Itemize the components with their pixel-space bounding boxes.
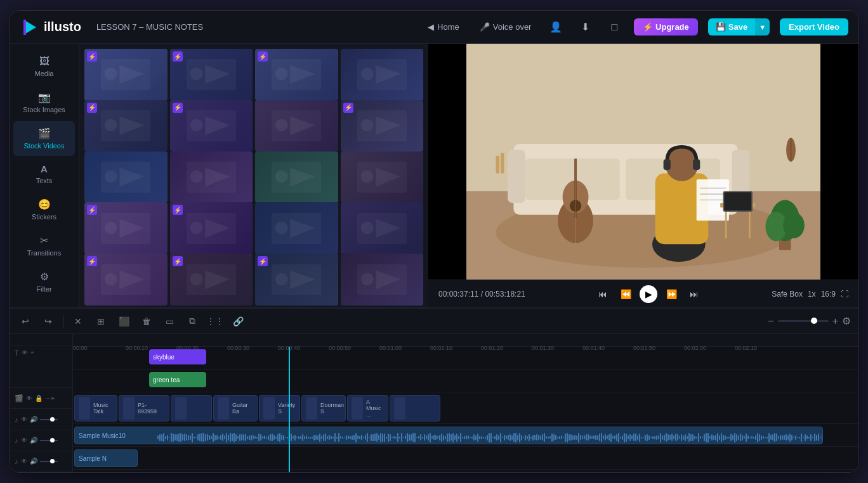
timeline-tracks-right[interactable]: 00:00 00:00:10 00:00:20 00:00:30 00:00:4… [73,334,858,472]
audio2-visibility-toggle[interactable]: 👁 [21,437,27,444]
media-thumb-1[interactable]: ⚡ [84,49,168,101]
undo-button[interactable]: ↩ [17,313,34,330]
clip-guitarba-thumb [218,397,229,420]
layout-button[interactable]: ⬛ [115,313,132,330]
svg-point-3 [105,68,117,80]
split-button[interactable]: ▭ [161,313,178,330]
media-thumb-16[interactable] [341,202,424,254]
sidebar-item-effects[interactable]: ✨ Effects [13,300,75,307]
project-title: LESSON 7 – MUSIC NOTES [96,22,423,32]
media-thumb-2[interactable]: ⚡ [170,49,253,101]
clip-p1[interactable]: P1-893959 [119,395,169,422]
timeline-tracks-left: T 👁 + 🎬 👁 🔒 ─► ♪ 👁 🔊 [10,334,73,472]
zoom-out-icon[interactable]: − [768,316,773,327]
audio2-volume-slider[interactable] [40,440,58,441]
sidebar-item-filter[interactable]: ⚙ Filter [13,264,75,299]
zoom-in-icon[interactable]: + [832,316,838,327]
media-grid: ⚡⚡⚡⚡⚡⚡⚡⚡⚡⚡⚡ [79,44,428,307]
video-track-icon: 🎬 [15,394,23,402]
clip-sample-n[interactable]: Sample N [74,449,138,467]
video-lock-toggle[interactable]: 🔒 [35,395,43,402]
media-thumb-19[interactable]: ⚡ [255,254,338,306]
step-back-button[interactable]: ⏪ [617,285,635,303]
audio2-mute-toggle[interactable]: 🔊 [30,437,37,444]
media-thumb-15[interactable] [255,202,338,254]
play-button[interactable]: ▶ [640,285,657,303]
clip-musictalk[interactable]: Music Talk [74,395,117,422]
save-dropdown-button[interactable]: ▼ [755,18,770,35]
media-thumb-13[interactable]: ⚡ [84,202,168,254]
audio3-volume-slider[interactable] [40,461,58,462]
media-thumb-17[interactable]: ⚡ [84,254,168,306]
copy-button[interactable]: ⧉ [184,313,201,330]
media-thumb-8[interactable]: ⚡ [341,100,424,152]
media-thumb-3[interactable]: ⚡ [255,49,338,101]
text-visibility-toggle[interactable]: 👁 [22,349,28,356]
media-thumb-6[interactable]: ⚡ [170,100,253,152]
audio-track-2-row: Sample N [73,447,858,470]
media-thumb-11[interactable] [255,151,338,203]
zoom-slider[interactable] [778,320,829,322]
clip-doorman[interactable]: Doorman S [301,395,346,422]
svg-marker-1 [23,20,26,35]
audio1-visibility-toggle[interactable]: 👁 [21,416,27,423]
media-thumb-9[interactable] [84,151,168,203]
clip-variety[interactable]: Variety S [259,395,300,422]
media-thumb-12[interactable] [341,151,424,203]
media-thumb-20[interactable] [341,254,424,306]
voice-over-button[interactable]: 🎤 Voice over [475,20,537,34]
save-button[interactable]: 💾 Save [708,18,755,35]
upgrade-button[interactable]: ⚡ Upgrade [634,18,697,35]
media-thumb-5[interactable]: ⚡ [84,100,168,152]
sidebar-item-stickers[interactable]: 😊 Stickers [13,192,75,227]
svg-point-60 [360,273,373,285]
sidebar-label-stickers: Stickers [32,213,56,221]
video-visibility-toggle[interactable]: 👁 [26,395,32,402]
skip-forward-button[interactable]: ⏭ [685,285,703,303]
more-button[interactable]: ⋮⋮ [207,313,223,330]
sidebar-item-texts[interactable]: A Texts [13,157,75,191]
link-button[interactable]: 🔗 [230,313,246,330]
sidebar-item-stock-videos[interactable]: 🎬 Stock Videos [13,121,75,156]
grid-button[interactable]: ⊞ [93,313,109,330]
home-button[interactable]: ◀ Home [423,20,464,34]
clip-p1-thumb [123,397,135,420]
download-button[interactable]: ⬇ [575,18,595,37]
playhead[interactable] [289,347,290,472]
skip-back-button[interactable]: ⏮ [594,285,612,303]
audio1-mute-toggle[interactable]: 🔊 [30,416,37,423]
media-thumb-4[interactable] [341,49,424,101]
media-thumb-7[interactable] [255,100,338,152]
clip-v8[interactable] [390,395,440,422]
clip-guitarba[interactable]: Guitar Ba [213,395,258,422]
media-thumb-18[interactable]: ⚡ [170,254,253,306]
media-thumb-14[interactable]: ⚡ [170,202,253,254]
clip-sample-music10[interactable]: Sample Music10 [74,427,823,444]
svg-rect-96 [496,156,500,174]
clip-v3[interactable] [171,395,212,422]
delete-button[interactable]: ✕ [70,313,86,330]
clip-greentea[interactable]: green tea [149,372,206,387]
sidebar-item-transitions[interactable]: ✂ Transitions [13,228,75,263]
text-track-row-1: skyblue [73,347,858,370]
media-thumb-10[interactable] [170,151,253,203]
redo-button[interactable]: ↪ [40,313,56,330]
fullscreen-icon[interactable]: ⛶ [841,290,848,299]
export-button[interactable]: Export Video [780,18,848,35]
sidebar-item-media[interactable]: 🖼 Media [13,49,75,84]
settings-button[interactable]: □ [605,18,624,37]
trash-button[interactable]: 🗑 [138,313,155,330]
clip-greentea-label: green tea [153,377,180,383]
sidebar-label-stock-videos: Stock Videos [23,142,64,150]
step-forward-button[interactable]: ⏩ [662,285,680,303]
audio3-mute-toggle[interactable]: 🔊 [30,458,37,465]
audio1-volume-slider[interactable] [40,419,58,420]
clip-skyblue[interactable]: skyblue [149,349,206,364]
sidebar-item-stock-images[interactable]: 📷 Stock Images [13,85,75,120]
text-add-button[interactable]: + [30,349,34,356]
zoom-settings-icon[interactable]: ⚙ [842,315,851,327]
share-button[interactable]: 👤 [546,18,565,37]
clip-musictalk-label: Music Talk [93,402,113,415]
clip-amusic[interactable]: A Music ... [347,395,388,422]
audio3-visibility-toggle[interactable]: 👁 [21,458,27,465]
